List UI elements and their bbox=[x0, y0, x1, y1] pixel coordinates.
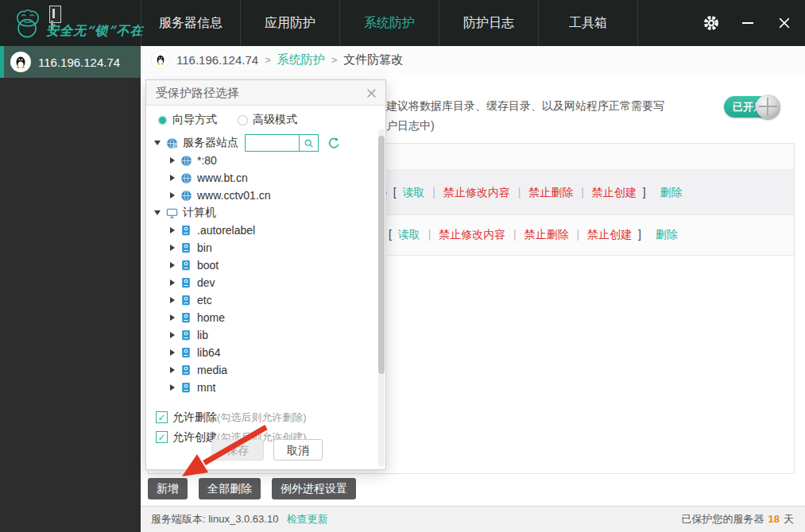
radio-selected-icon[interactable] bbox=[157, 115, 168, 125]
tree-item-label: www.cctv01.cn bbox=[197, 189, 271, 202]
expand-arrow-icon[interactable] bbox=[170, 349, 175, 356]
tree-item-site[interactable]: *:80 bbox=[146, 152, 385, 169]
toggle-knob-icon[interactable] bbox=[756, 94, 780, 119]
protection-toggle[interactable]: 已开启 bbox=[724, 96, 778, 118]
dialog-close-icon[interactable] bbox=[363, 85, 379, 101]
collapse-arrow-icon[interactable] bbox=[154, 141, 161, 145]
tree-item-site[interactable]: www.cctv01.cn bbox=[146, 187, 385, 204]
breadcrumb-page: 文件防篡改 bbox=[343, 52, 403, 67]
add-button[interactable]: 新增 bbox=[148, 478, 188, 499]
perm-no-create-link[interactable]: 禁止创建 bbox=[592, 186, 637, 199]
delete-row-link[interactable]: 删除 bbox=[660, 186, 682, 199]
nav-protection-logs[interactable]: 防护日志 bbox=[439, 0, 539, 46]
dialog-scrollbar[interactable] bbox=[378, 129, 385, 466]
tree-item-dir[interactable]: bin bbox=[146, 239, 385, 256]
tree-item-dir[interactable]: media bbox=[146, 361, 385, 379]
protected-path-dialog: 受保护路径选择 向导方式 高级模式 bbox=[145, 79, 386, 470]
pipe-separator: | bbox=[428, 228, 432, 241]
refresh-icon[interactable] bbox=[327, 137, 341, 150]
tree-item-dir[interactable]: lib64 bbox=[146, 344, 385, 361]
perm-read-link[interactable]: 读取 bbox=[398, 228, 420, 241]
cancel-button[interactable]: 取消 bbox=[273, 439, 323, 461]
scrollbar-thumb[interactable] bbox=[378, 136, 385, 374]
tree-item-dir[interactable]: etc bbox=[146, 291, 385, 309]
perm-read-link[interactable]: 读取 bbox=[402, 186, 424, 199]
disk-icon bbox=[180, 276, 192, 289]
server-globe-icon bbox=[165, 137, 178, 149]
perm-no-delete-link[interactable]: 禁止删除 bbox=[524, 228, 569, 241]
allow-delete-checkbox[interactable]: 允许删除 (勾选后则允许删除) bbox=[156, 407, 385, 427]
nav-app-protection[interactable]: 应用防护 bbox=[241, 0, 340, 46]
minimize-button[interactable] bbox=[738, 13, 757, 33]
tree-item-dir[interactable]: .autorelabel bbox=[146, 222, 385, 239]
globe-icon bbox=[180, 154, 192, 167]
tree-item-dir[interactable]: dev bbox=[146, 274, 385, 291]
tree-item-label: lib64 bbox=[197, 346, 221, 359]
checkbox-checked-icon[interactable] bbox=[156, 411, 168, 423]
dialog-title: 受保护路径选择 bbox=[146, 80, 385, 105]
save-button[interactable]: 保存 bbox=[211, 439, 264, 461]
mode-advanced-radio[interactable]: 高级模式 bbox=[238, 113, 297, 127]
tree-root-label: 计算机 bbox=[183, 206, 216, 220]
tree-item-label: .autorelabel bbox=[197, 224, 255, 237]
pipe-separator: | bbox=[577, 228, 580, 241]
tree-item-dir[interactable]: lib bbox=[146, 326, 385, 344]
computer-monitor-icon bbox=[165, 206, 178, 219]
nav-server-info[interactable]: 服务器信息 bbox=[141, 0, 241, 46]
tree-root-computer[interactable]: 计算机 bbox=[146, 204, 385, 222]
server-version-label: 服务端版本: linux_3.0.63.10 bbox=[151, 507, 278, 532]
expand-arrow-icon[interactable] bbox=[170, 262, 175, 268]
settings-gear-icon[interactable] bbox=[702, 13, 721, 33]
expand-arrow-icon[interactable] bbox=[170, 367, 175, 373]
app-logo: 安全无“锁”不在 bbox=[10, 2, 141, 44]
radio-unselected-icon[interactable] bbox=[238, 115, 248, 125]
disk-icon bbox=[180, 259, 192, 272]
tree-item-dir[interactable]: boot bbox=[146, 256, 385, 274]
delete-row-link[interactable]: 删除 bbox=[656, 228, 678, 241]
expand-arrow-icon[interactable] bbox=[170, 245, 175, 251]
perm-no-create-link[interactable]: 禁止创建 bbox=[587, 228, 632, 241]
status-bar: 服务端版本: linux_3.0.63.10 检查更新 已保护您的服务器 18 … bbox=[141, 506, 805, 532]
expand-arrow-icon[interactable] bbox=[170, 192, 175, 199]
nav-toolbox[interactable]: 工具箱 bbox=[539, 0, 638, 46]
close-button[interactable] bbox=[775, 13, 794, 33]
perm-no-modify-link[interactable]: 禁止修改内容 bbox=[439, 228, 505, 241]
disk-icon bbox=[180, 294, 192, 306]
expand-arrow-icon[interactable] bbox=[170, 157, 175, 164]
bracket: [ bbox=[389, 228, 392, 241]
title-bar: 安全无“锁”不在 服务器信息 应用防护 系统防护 防护日志 工具箱 bbox=[0, 0, 805, 46]
expand-arrow-icon[interactable] bbox=[170, 384, 175, 391]
expand-arrow-icon[interactable] bbox=[170, 175, 175, 181]
tree-root-sites[interactable]: 服务器站点 bbox=[146, 134, 385, 152]
expand-arrow-icon[interactable] bbox=[170, 297, 175, 303]
expand-arrow-icon[interactable] bbox=[170, 279, 175, 286]
exception-process-settings-button[interactable]: 例外进程设置 bbox=[272, 478, 356, 499]
expand-arrow-icon[interactable] bbox=[170, 227, 175, 233]
check-update-link[interactable]: 检查更新 bbox=[286, 507, 327, 532]
tree-item-label: *:80 bbox=[197, 154, 217, 167]
tree-item-site[interactable]: www.bt.cn bbox=[146, 169, 385, 187]
search-icon[interactable] bbox=[299, 135, 318, 151]
tree-item-label: etc bbox=[197, 294, 212, 306]
disk-icon bbox=[180, 241, 192, 254]
intro-text-line1: 建议将数据库目录、缓存目录、以及网站程序正常需要写 bbox=[386, 99, 664, 114]
nav-system-protection[interactable]: 系统防护 bbox=[340, 0, 439, 46]
delete-all-button[interactable]: 全部删除 bbox=[199, 478, 261, 499]
tree-item-label: home bbox=[197, 311, 225, 324]
mode-wizard-radio[interactable]: 向导方式 bbox=[157, 113, 217, 127]
perm-no-delete-link[interactable]: 禁止删除 bbox=[528, 186, 573, 199]
linux-tux-icon bbox=[10, 52, 31, 72]
expand-arrow-icon[interactable] bbox=[170, 332, 175, 338]
protected-days-suffix: 天 bbox=[784, 507, 794, 532]
expand-arrow-icon[interactable] bbox=[170, 314, 175, 321]
perm-no-modify-link[interactable]: 禁止修改内容 bbox=[443, 186, 510, 199]
dialog-buttons: 保存 取消 bbox=[146, 439, 385, 461]
breadcrumb-section[interactable]: 系统防护 bbox=[277, 52, 325, 67]
tree-item-dir[interactable]: home bbox=[146, 309, 385, 326]
site-search-input[interactable] bbox=[246, 136, 299, 150]
checkbox-label: 允许删除 bbox=[172, 411, 217, 425]
bracket: ] bbox=[638, 228, 641, 241]
tree-item-dir[interactable]: mnt bbox=[146, 379, 385, 396]
collapse-arrow-icon[interactable] bbox=[154, 210, 161, 215]
sidebar-item-server[interactable]: 116.196.124.74 bbox=[0, 46, 141, 78]
